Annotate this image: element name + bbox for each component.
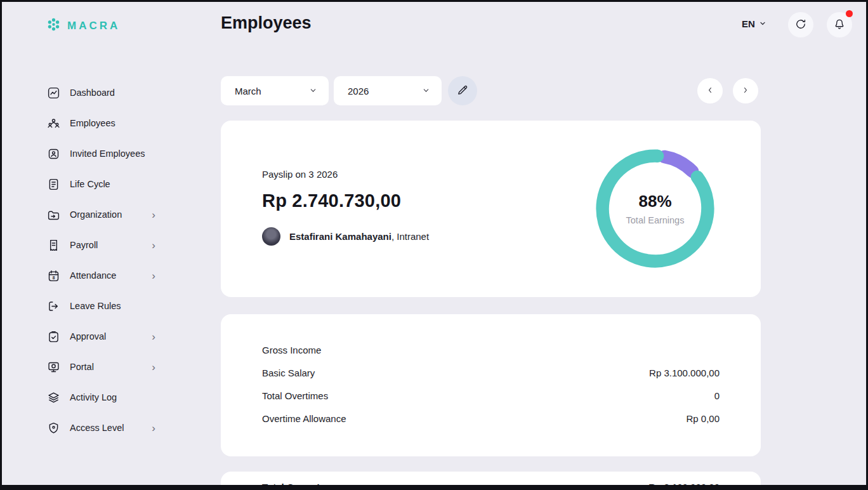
sidebar-item-label: Activity Log: [70, 392, 117, 402]
chevron-right-icon: ›: [152, 209, 155, 220]
activity-log-icon: [46, 390, 60, 404]
sidebar-item-label: Dashboard: [70, 88, 115, 98]
chevron-right-icon: ›: [152, 270, 155, 281]
chevron-down-icon: [422, 86, 430, 96]
approval-icon: [46, 329, 60, 343]
sidebar-item-invited-employees[interactable]: Invited Employees: [46, 138, 155, 169]
sidebar-item-organization[interactable]: Organization›: [46, 199, 155, 230]
gross-income-card: Gross Income Basic SalaryRp 3.100.000,00…: [221, 314, 761, 456]
year-select-value: 2026: [348, 86, 369, 96]
employee-row: Estafirani Kamahayani, Intranet: [262, 227, 429, 246]
sidebar-item-label: Payroll: [70, 240, 98, 250]
edit-period-button[interactable]: [448, 76, 477, 105]
sidebar-item-label: Invited Employees: [70, 149, 145, 159]
sidebar-item-label: Organization: [70, 209, 122, 220]
gross-income-row-basic-salary: Basic SalaryRp 3.100.000,00: [262, 361, 720, 384]
month-select[interactable]: March: [221, 76, 329, 105]
donut-percent-label: 88%: [638, 192, 671, 211]
employee-role: , Intranet: [391, 231, 429, 242]
dashboard-icon: [46, 86, 60, 100]
sidebar-item-label: Approval: [70, 331, 106, 341]
row-label: Total Overtimes: [262, 390, 328, 401]
employee-avatar: [262, 227, 280, 246]
chevron-right-icon: ›: [152, 362, 155, 373]
row-value: Rp 0,00: [686, 413, 720, 424]
access-level-icon: [46, 421, 60, 435]
sidebar-item-label: Leave Rules: [70, 301, 121, 311]
gross-income-rows: Basic SalaryRp 3.100.000,00Total Overtim…: [262, 361, 720, 430]
total-gross-income-card: Total Gross Income Rp 3.100.000,00: [221, 472, 761, 490]
language-label: EN: [742, 18, 755, 29]
refresh-button[interactable]: [788, 12, 813, 37]
portal-icon: [46, 360, 60, 374]
total-gross-income-value: Rp 3.100.000,00: [648, 482, 720, 490]
sidebar-item-life-cycle[interactable]: Life Cycle: [46, 169, 155, 199]
invited-employees-icon: [46, 147, 60, 161]
chevron-down-icon: [309, 86, 317, 96]
chevron-right-icon: ›: [152, 331, 155, 342]
gross-income-row-total-overtimes: Total Overtimes0: [262, 384, 720, 407]
payslip-summary-card: Payslip on 3 2026 Rp 2.740.730,00 Estafi…: [221, 121, 761, 297]
month-select-value: March: [235, 86, 261, 96]
prev-page-button[interactable]: [697, 78, 723, 103]
language-selector[interactable]: EN: [742, 18, 766, 29]
sidebar-item-approval[interactable]: Approval›: [46, 321, 155, 352]
chevron-right-icon: ›: [152, 240, 155, 251]
total-gross-income-row: Total Gross Income Rp 3.100.000,00: [262, 482, 720, 490]
total-gross-income-label: Total Gross Income: [262, 482, 350, 490]
payslip-period-label: Payslip on 3 2026: [262, 169, 429, 180]
employee-name: Estafirani Kamahayani, Intranet: [289, 231, 429, 242]
sidebar-item-label: Access Level: [70, 423, 124, 433]
leave-rules-icon: [46, 299, 60, 313]
row-value: 0: [714, 390, 720, 401]
sidebar-item-payroll[interactable]: Payroll›: [46, 230, 155, 260]
organization-icon: [46, 208, 60, 222]
sidebar-item-label: Portal: [70, 362, 94, 372]
macra-flower-icon: [45, 16, 62, 36]
payslip-amount: Rp 2.740.730,00: [262, 190, 429, 211]
row-label: Overtime Allowance: [262, 413, 346, 424]
refresh-icon: [794, 18, 807, 32]
next-page-button[interactable]: [733, 78, 758, 103]
bell-icon: [833, 18, 846, 32]
chevron-right-icon: [741, 86, 750, 96]
row-value: Rp 3.100.000,00: [649, 368, 720, 378]
notification-badge: [846, 10, 853, 17]
sidebar-item-attendance[interactable]: 8Attendance›: [46, 260, 155, 291]
brand-name: MACRA: [67, 20, 120, 32]
employees-icon: [46, 116, 60, 130]
row-label: Basic Salary: [262, 368, 315, 378]
sidebar-item-employees[interactable]: Employees: [46, 108, 155, 138]
chevron-right-icon: ›: [152, 423, 155, 434]
chevron-down-icon: [759, 18, 766, 29]
life-cycle-icon: [46, 177, 60, 191]
notifications-button[interactable]: [827, 12, 852, 37]
sidebar-item-leave-rules[interactable]: Leave Rules: [46, 291, 155, 321]
sidebar-item-activity-log[interactable]: Activity Log: [46, 382, 155, 413]
earnings-donut-chart: 88% Total Earnings: [593, 147, 717, 270]
sidebar-item-label: Life Cycle: [70, 179, 110, 189]
attendance-icon: 8: [46, 268, 60, 282]
employee-name-bold: Estafirani Kamahayani: [289, 231, 391, 242]
payroll-icon: [46, 238, 60, 252]
brand-logo: MACRA: [45, 16, 120, 36]
app-window: MACRA Employees EN DashboardEmployeesInv…: [2, 2, 866, 485]
sidebar-item-access-level[interactable]: Access Level›: [46, 413, 155, 443]
sidebar-nav: DashboardEmployeesInvited EmployeesLife …: [46, 77, 155, 443]
sidebar-item-label: Employees: [70, 118, 115, 128]
pencil-icon: [456, 84, 469, 98]
svg-text:8: 8: [52, 275, 55, 279]
sidebar-item-portal[interactable]: Portal›: [46, 352, 155, 382]
sidebar-item-dashboard[interactable]: Dashboard: [46, 77, 155, 108]
gross-income-row-overtime-allowance: Overtime AllowanceRp 0,00: [262, 407, 720, 430]
chevron-left-icon: [706, 86, 714, 96]
donut-caption: Total Earnings: [626, 215, 685, 225]
page-title: Employees: [221, 13, 312, 33]
sidebar-item-label: Attendance: [70, 270, 116, 281]
year-select[interactable]: 2026: [334, 76, 442, 105]
gross-income-title: Gross Income: [262, 338, 720, 361]
